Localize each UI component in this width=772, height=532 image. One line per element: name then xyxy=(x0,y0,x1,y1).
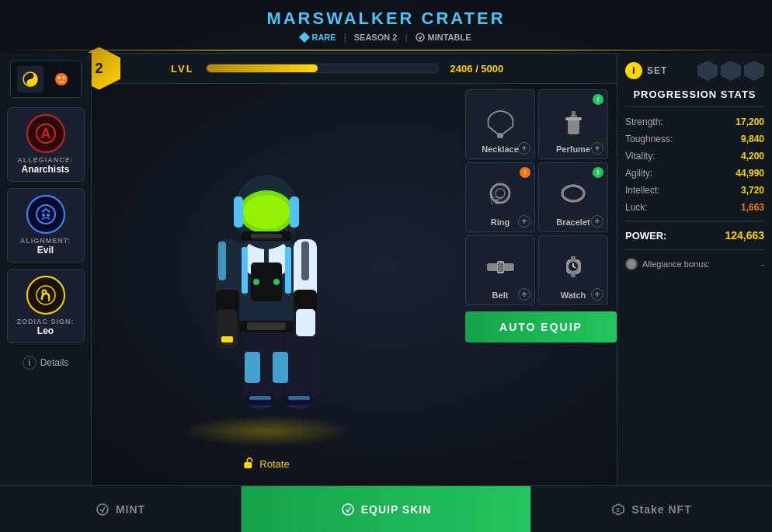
svg-rect-31 xyxy=(285,247,291,294)
svg-text:S: S xyxy=(616,507,621,513)
power-value: 124,663 xyxy=(725,229,764,242)
zodiac-sub-label: ZODIAC SIGN: xyxy=(17,318,75,325)
alignment-card[interactable]: ALIGNMENT: Evil xyxy=(7,188,85,263)
equip-row-2: ! ☞ Ring + ! xyxy=(465,162,617,232)
bracelet-notification: ! xyxy=(593,167,603,178)
face-icon xyxy=(54,71,69,87)
perfume-plus[interactable]: + xyxy=(591,142,603,155)
stat-row-toughness: Toughness: 9,840 xyxy=(625,134,764,144)
equip-slot-necklace[interactable]: Necklace + xyxy=(465,89,535,159)
svg-rect-17 xyxy=(245,352,260,383)
watch-plus[interactable]: + xyxy=(591,288,603,301)
equip-slot-watch[interactable]: Watch + xyxy=(538,235,608,305)
agility-label: Agility: xyxy=(625,168,652,179)
mint-icon xyxy=(96,502,110,516)
power-label: POWER: xyxy=(625,230,666,242)
character-figure xyxy=(173,111,360,437)
yin-yang-icon xyxy=(23,71,38,87)
power-row: POWER: 124,663 xyxy=(625,221,764,242)
equip-slot-bracelet[interactable]: ! Bracelet + xyxy=(538,162,608,232)
belt-label: Belt xyxy=(492,290,509,300)
svg-point-5 xyxy=(57,77,60,79)
level-progress-fill xyxy=(207,64,318,72)
equip-icon xyxy=(341,502,355,516)
stat-row-agility: Agility: 44,990 xyxy=(625,168,764,179)
evil-icon xyxy=(34,203,57,226)
equip-skin-button[interactable]: EQUIP SKIN xyxy=(242,486,530,532)
svg-rect-25 xyxy=(288,396,310,400)
stat-row-luck: Luck: 1,663 xyxy=(625,202,764,213)
svg-point-2 xyxy=(29,75,31,77)
details-row[interactable]: i Details xyxy=(23,356,69,370)
allegiance-sub-label: ALLEGIANCE: xyxy=(17,156,74,164)
ring-plus[interactable]: + xyxy=(518,215,530,228)
info-icon: i xyxy=(23,356,37,370)
sidebar-icon-active[interactable] xyxy=(17,66,43,92)
luck-value: 1,663 xyxy=(741,202,764,213)
set-row: i SET xyxy=(625,61,764,81)
svg-rect-48 xyxy=(234,196,243,228)
stat-row-vitality: Vitality: 4,200 xyxy=(625,151,764,162)
svg-point-0 xyxy=(416,33,424,41)
equip-slot-ring[interactable]: ! ☞ Ring + xyxy=(465,162,535,232)
equip-slot-belt[interactable]: Belt + xyxy=(465,235,535,305)
alignment-value: Evil xyxy=(37,245,54,256)
equip-slot-perfume[interactable]: ! Perfume + xyxy=(538,89,608,159)
svg-rect-52 xyxy=(244,462,252,468)
svg-rect-44 xyxy=(296,309,315,336)
belt-plus[interactable]: + xyxy=(518,288,530,301)
vitality-label: Vitality: xyxy=(625,151,655,162)
svg-text:A: A xyxy=(40,126,50,141)
svg-rect-40 xyxy=(221,336,233,342)
ring-notification: ! xyxy=(520,167,530,178)
title-badges: RARE | SEASON 2 | MINTABLE xyxy=(301,32,471,43)
set-info-icon[interactable]: i xyxy=(625,62,642,79)
alignment-icon xyxy=(26,195,65,234)
header: MARSWALKER CRATER RARE | SEASON 2 | MINT… xyxy=(0,0,772,50)
svg-rect-35 xyxy=(247,322,286,330)
allegiance-card[interactable]: A ALLEGIANCE: Anarchists xyxy=(7,107,85,182)
rotate-label[interactable]: Rotate xyxy=(243,457,289,470)
allegiance-bonus-value: - xyxy=(761,259,764,269)
set-label: SET xyxy=(647,65,667,76)
strength-label: Strength: xyxy=(625,116,663,127)
svg-point-6 xyxy=(62,77,64,79)
svg-point-12 xyxy=(47,214,50,217)
perfume-notification: ! xyxy=(593,94,603,105)
mintable-icon xyxy=(416,33,425,42)
progression-title: PROGRESSION STATS xyxy=(625,89,764,107)
svg-point-14 xyxy=(42,290,46,294)
zodiac-value: Leo xyxy=(37,325,54,336)
bracelet-icon xyxy=(554,174,593,213)
equip-row-3: Belt + Watch + xyxy=(465,235,617,305)
strength-value: 17,200 xyxy=(735,116,764,127)
stats-panel: i SET PROGRESSION STATS Strength: 17,200… xyxy=(617,53,772,485)
auto-equip-button[interactable]: AUTO EQUIP xyxy=(465,311,617,342)
zodiac-card[interactable]: ZODIAC SIGN: Leo xyxy=(7,269,85,343)
necklace-label: Necklace xyxy=(482,144,519,154)
svg-rect-19 xyxy=(273,352,288,383)
vitality-value: 4,200 xyxy=(741,151,764,162)
necklace-plus[interactable]: + xyxy=(518,142,530,155)
rotate-icon xyxy=(243,457,256,470)
zodiac-icon xyxy=(26,276,65,315)
sidebar-icon-face[interactable] xyxy=(48,66,75,92)
svg-rect-56 xyxy=(572,111,576,116)
hex-2 xyxy=(721,61,741,81)
badge-rare: RARE xyxy=(301,33,336,42)
allegiance-icon: A xyxy=(26,114,65,153)
stat-row-intellect: Intellect: 3,720 xyxy=(625,185,764,196)
agility-value: 44,990 xyxy=(735,168,764,179)
allegiance-value: Anarchists xyxy=(21,164,69,175)
svg-rect-51 xyxy=(251,234,282,238)
stake-nft-button[interactable]: S Stake NFT xyxy=(530,486,772,532)
svg-point-4 xyxy=(55,73,68,85)
svg-rect-37 xyxy=(218,242,226,280)
anarchy-icon: A xyxy=(34,122,57,145)
svg-rect-24 xyxy=(249,396,271,400)
mint-button[interactable]: MINT xyxy=(0,486,242,532)
diamond-icon xyxy=(299,31,310,42)
ring-icon: ☞ xyxy=(481,174,520,213)
svg-point-11 xyxy=(42,214,45,217)
bracelet-plus[interactable]: + xyxy=(591,215,603,228)
